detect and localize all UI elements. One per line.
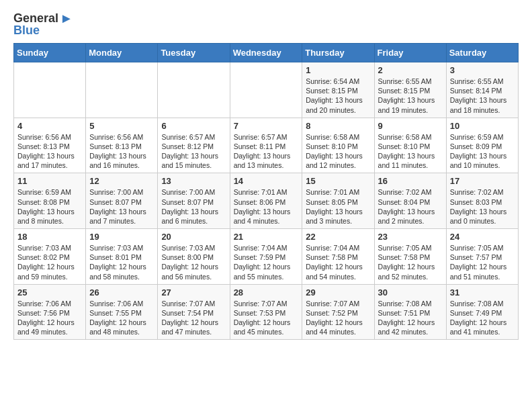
day-number: 15 bbox=[306, 176, 370, 186]
day-detail: Sunrise: 6:58 AM Sunset: 8:10 PM Dayligh… bbox=[378, 132, 443, 171]
day-number: 2 bbox=[378, 65, 443, 75]
logo-bird-icon: ► bbox=[60, 11, 73, 26]
calendar-cell: 6Sunrise: 6:57 AM Sunset: 8:12 PM Daylig… bbox=[158, 118, 230, 173]
day-detail: Sunrise: 7:06 AM Sunset: 7:55 PM Dayligh… bbox=[89, 299, 154, 337]
calendar-cell: 16Sunrise: 7:02 AM Sunset: 8:04 PM Dayli… bbox=[374, 173, 446, 229]
calendar-cell bbox=[230, 62, 302, 118]
day-number: 1 bbox=[306, 65, 370, 75]
day-detail: Sunrise: 7:04 AM Sunset: 7:59 PM Dayligh… bbox=[234, 243, 299, 281]
day-number: 8 bbox=[306, 121, 370, 131]
calendar-cell: 29Sunrise: 7:07 AM Sunset: 7:52 PM Dayli… bbox=[302, 284, 374, 340]
calendar-cell: 26Sunrise: 7:06 AM Sunset: 7:55 PM Dayli… bbox=[86, 284, 158, 340]
day-number: 11 bbox=[17, 176, 82, 186]
calendar-week-row: 4Sunrise: 6:56 AM Sunset: 8:13 PM Daylig… bbox=[14, 118, 519, 173]
calendar-cell: 15Sunrise: 7:01 AM Sunset: 8:05 PM Dayli… bbox=[302, 173, 374, 229]
calendar-cell: 12Sunrise: 7:00 AM Sunset: 8:07 PM Dayli… bbox=[86, 173, 158, 229]
day-detail: Sunrise: 7:07 AM Sunset: 7:54 PM Dayligh… bbox=[161, 299, 226, 337]
calendar-cell: 22Sunrise: 7:04 AM Sunset: 7:58 PM Dayli… bbox=[302, 229, 374, 285]
day-detail: Sunrise: 7:02 AM Sunset: 8:04 PM Dayligh… bbox=[378, 187, 443, 226]
calendar-table: SundayMondayTuesdayWednesdayThursdayFrid… bbox=[13, 43, 519, 340]
day-number: 14 bbox=[234, 176, 299, 186]
calendar-cell bbox=[14, 62, 86, 118]
day-number: 13 bbox=[161, 176, 226, 186]
weekday-header: Friday bbox=[374, 44, 446, 62]
calendar-week-row: 25Sunrise: 7:06 AM Sunset: 7:56 PM Dayli… bbox=[14, 284, 519, 340]
calendar-cell: 10Sunrise: 6:59 AM Sunset: 8:09 PM Dayli… bbox=[446, 118, 518, 173]
day-number: 9 bbox=[378, 121, 443, 131]
calendar-cell: 1Sunrise: 6:54 AM Sunset: 8:15 PM Daylig… bbox=[302, 62, 374, 118]
weekday-header: Wednesday bbox=[230, 44, 302, 62]
page-header: General ► Blue bbox=[13, 11, 519, 38]
day-number: 29 bbox=[306, 287, 370, 298]
day-number: 25 bbox=[17, 287, 82, 298]
calendar-week-row: 18Sunrise: 7:03 AM Sunset: 8:02 PM Dayli… bbox=[14, 229, 519, 285]
weekday-header: Sunday bbox=[14, 44, 86, 62]
day-number: 19 bbox=[89, 232, 154, 242]
day-number: 5 bbox=[89, 121, 154, 131]
day-number: 6 bbox=[161, 121, 226, 131]
logo-blue: Blue bbox=[13, 24, 40, 38]
calendar-cell: 4Sunrise: 6:56 AM Sunset: 8:13 PM Daylig… bbox=[14, 118, 86, 173]
day-detail: Sunrise: 7:08 AM Sunset: 7:49 PM Dayligh… bbox=[450, 299, 515, 337]
day-detail: Sunrise: 7:07 AM Sunset: 7:53 PM Dayligh… bbox=[234, 299, 299, 337]
calendar-cell: 27Sunrise: 7:07 AM Sunset: 7:54 PM Dayli… bbox=[158, 284, 230, 340]
calendar-cell: 3Sunrise: 6:55 AM Sunset: 8:14 PM Daylig… bbox=[446, 62, 518, 118]
calendar-cell: 28Sunrise: 7:07 AM Sunset: 7:53 PM Dayli… bbox=[230, 284, 302, 340]
weekday-header: Thursday bbox=[302, 44, 374, 62]
day-detail: Sunrise: 6:59 AM Sunset: 8:09 PM Dayligh… bbox=[450, 132, 515, 171]
day-number: 3 bbox=[450, 65, 515, 75]
day-number: 28 bbox=[234, 287, 299, 298]
day-number: 21 bbox=[234, 232, 299, 242]
day-number: 24 bbox=[450, 232, 515, 242]
day-detail: Sunrise: 7:00 AM Sunset: 8:07 PM Dayligh… bbox=[89, 187, 154, 226]
day-number: 22 bbox=[306, 232, 370, 242]
calendar-cell: 9Sunrise: 6:58 AM Sunset: 8:10 PM Daylig… bbox=[374, 118, 446, 173]
day-detail: Sunrise: 7:01 AM Sunset: 8:05 PM Dayligh… bbox=[306, 187, 370, 226]
calendar-cell: 7Sunrise: 6:57 AM Sunset: 8:11 PM Daylig… bbox=[230, 118, 302, 173]
calendar-cell: 24Sunrise: 7:05 AM Sunset: 7:57 PM Dayli… bbox=[446, 229, 518, 285]
weekday-header: Tuesday bbox=[158, 44, 230, 62]
calendar-cell bbox=[158, 62, 230, 118]
calendar-cell: 13Sunrise: 7:00 AM Sunset: 8:07 PM Dayli… bbox=[158, 173, 230, 229]
day-number: 7 bbox=[234, 121, 299, 131]
calendar-cell: 17Sunrise: 7:02 AM Sunset: 8:03 PM Dayli… bbox=[446, 173, 518, 229]
calendar-cell: 2Sunrise: 6:55 AM Sunset: 8:15 PM Daylig… bbox=[374, 62, 446, 118]
day-detail: Sunrise: 6:54 AM Sunset: 8:15 PM Dayligh… bbox=[306, 77, 370, 115]
day-detail: Sunrise: 6:57 AM Sunset: 8:11 PM Dayligh… bbox=[234, 132, 299, 171]
day-number: 20 bbox=[161, 232, 226, 242]
day-number: 27 bbox=[161, 287, 226, 298]
day-detail: Sunrise: 7:03 AM Sunset: 8:00 PM Dayligh… bbox=[161, 243, 226, 281]
day-number: 17 bbox=[450, 176, 515, 186]
calendar-cell: 30Sunrise: 7:08 AM Sunset: 7:51 PM Dayli… bbox=[374, 284, 446, 340]
day-number: 31 bbox=[450, 287, 515, 298]
calendar-cell: 23Sunrise: 7:05 AM Sunset: 7:58 PM Dayli… bbox=[374, 229, 446, 285]
day-number: 26 bbox=[89, 287, 154, 298]
day-detail: Sunrise: 7:03 AM Sunset: 8:02 PM Dayligh… bbox=[17, 243, 82, 281]
calendar-cell: 31Sunrise: 7:08 AM Sunset: 7:49 PM Dayli… bbox=[446, 284, 518, 340]
calendar-cell: 19Sunrise: 7:03 AM Sunset: 8:01 PM Dayli… bbox=[86, 229, 158, 285]
day-detail: Sunrise: 6:59 AM Sunset: 8:08 PM Dayligh… bbox=[17, 187, 82, 226]
day-detail: Sunrise: 6:55 AM Sunset: 8:14 PM Dayligh… bbox=[450, 77, 515, 115]
day-number: 23 bbox=[378, 232, 443, 242]
day-detail: Sunrise: 7:00 AM Sunset: 8:07 PM Dayligh… bbox=[161, 187, 226, 226]
calendar-cell: 8Sunrise: 6:58 AM Sunset: 8:10 PM Daylig… bbox=[302, 118, 374, 173]
day-detail: Sunrise: 7:06 AM Sunset: 7:56 PM Dayligh… bbox=[17, 299, 82, 337]
weekday-header: Saturday bbox=[446, 44, 518, 62]
day-number: 4 bbox=[17, 121, 82, 131]
weekday-header: Monday bbox=[86, 44, 158, 62]
day-detail: Sunrise: 7:08 AM Sunset: 7:51 PM Dayligh… bbox=[378, 299, 443, 337]
calendar-cell: 5Sunrise: 6:56 AM Sunset: 8:13 PM Daylig… bbox=[86, 118, 158, 173]
day-detail: Sunrise: 7:03 AM Sunset: 8:01 PM Dayligh… bbox=[89, 243, 154, 281]
calendar-cell: 11Sunrise: 6:59 AM Sunset: 8:08 PM Dayli… bbox=[14, 173, 86, 229]
day-detail: Sunrise: 6:58 AM Sunset: 8:10 PM Dayligh… bbox=[306, 132, 370, 171]
weekday-header-row: SundayMondayTuesdayWednesdayThursdayFrid… bbox=[14, 44, 519, 62]
day-detail: Sunrise: 7:04 AM Sunset: 7:58 PM Dayligh… bbox=[306, 243, 370, 281]
calendar-cell bbox=[86, 62, 158, 118]
day-number: 18 bbox=[17, 232, 82, 242]
day-detail: Sunrise: 7:05 AM Sunset: 7:58 PM Dayligh… bbox=[378, 243, 443, 281]
day-number: 30 bbox=[378, 287, 443, 298]
calendar-cell: 20Sunrise: 7:03 AM Sunset: 8:00 PM Dayli… bbox=[158, 229, 230, 285]
day-number: 10 bbox=[450, 121, 515, 131]
calendar-cell: 25Sunrise: 7:06 AM Sunset: 7:56 PM Dayli… bbox=[14, 284, 86, 340]
day-detail: Sunrise: 6:57 AM Sunset: 8:12 PM Dayligh… bbox=[161, 132, 226, 171]
